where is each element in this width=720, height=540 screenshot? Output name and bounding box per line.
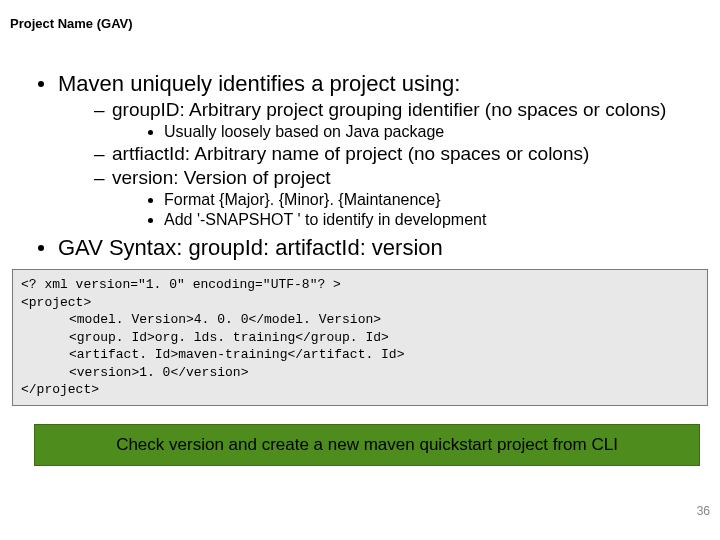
bullet-lvl3: Format {Major}. {Minor}. {Maintanence} (148, 191, 696, 209)
bullet-lvl3: Add '-SNAPSHOT ' to identify in developm… (148, 211, 696, 229)
bullet-lvl3: Usually loosely based on Java package (148, 123, 696, 141)
slide-content: Maven uniquely identifies a project usin… (0, 31, 720, 261)
bullet-lvl2: artfiactId: Arbitrary name of project (n… (94, 143, 696, 165)
code-line: <group. Id>org. lds. training</group. Id… (21, 329, 389, 347)
page-number: 36 (697, 504, 710, 518)
code-block: <? xml version="1. 0" encoding="UTF-8"? … (12, 269, 708, 406)
slide-title: Project Name (GAV) (0, 0, 720, 31)
bullet-lvl2: groupID: Arbitrary project grouping iden… (94, 99, 696, 141)
code-line: <model. Version>4. 0. 0</model. Version> (21, 311, 381, 329)
code-line: <artifact. Id>maven-training</artifact. … (21, 346, 404, 364)
code-line: <project> (21, 295, 91, 310)
action-banner: Check version and create a new maven qui… (34, 424, 700, 466)
bullet-lvl2: version: Version of project Format {Majo… (94, 167, 696, 229)
code-line: <? xml version="1. 0" encoding="UTF-8"? … (21, 277, 341, 292)
code-line: <version>1. 0</version> (21, 364, 248, 382)
bullet-text: groupID: Arbitrary project grouping iden… (112, 99, 666, 120)
bullet-lvl1: Maven uniquely identifies a project usin… (38, 71, 696, 229)
code-line: </project> (21, 382, 99, 397)
bullet-lvl1: GAV Syntax: groupId: artifactId: version (38, 235, 696, 261)
bullet-text: version: Version of project (112, 167, 331, 188)
bullet-text: Maven uniquely identifies a project usin… (58, 71, 460, 96)
